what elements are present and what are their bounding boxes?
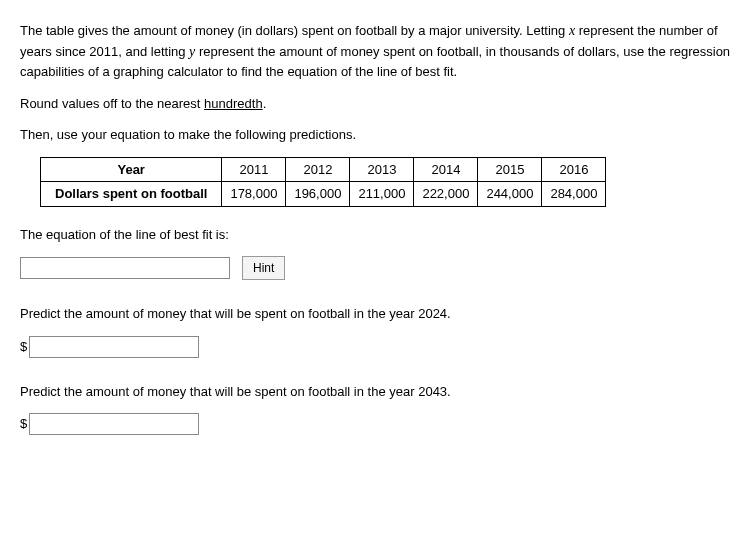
predict-2043-label: Predict the amount of money that will be…: [20, 382, 732, 402]
table-cell: 211,000: [350, 182, 414, 207]
predict-2024-input[interactable]: [29, 336, 199, 358]
predict-2043-block: Predict the amount of money that will be…: [20, 382, 732, 436]
table-cell: 178,000: [222, 182, 286, 207]
table-header-dollars: Dollars spent on football: [41, 182, 222, 207]
table-cell: 2013: [350, 157, 414, 182]
predict-2043-input[interactable]: [29, 413, 199, 435]
table-cell: 2014: [414, 157, 478, 182]
data-table: Year 2011 2012 2013 2014 2015 2016 Dolla…: [40, 157, 606, 207]
table-row-values: Dollars spent on football 178,000 196,00…: [41, 182, 606, 207]
table-cell: 244,000: [478, 182, 542, 207]
intro-text-2-underlined: hundredth: [204, 96, 263, 111]
equation-input[interactable]: [20, 257, 230, 279]
dollar-prefix: $: [20, 414, 27, 434]
predict-2024-label: Predict the amount of money that will be…: [20, 304, 732, 324]
predict-2024-block: Predict the amount of money that will be…: [20, 304, 732, 358]
intro-paragraph-2: Round values off to the nearest hundredt…: [20, 94, 732, 114]
table-cell: 222,000: [414, 182, 478, 207]
intro-paragraph-3: Then, use your equation to make the foll…: [20, 125, 732, 145]
table-cell: 2015: [478, 157, 542, 182]
dollar-prefix: $: [20, 337, 27, 357]
equation-label: The equation of the line of best fit is:: [20, 225, 732, 245]
intro-text-1a: The table gives the amount of money (in …: [20, 23, 569, 38]
table-row-years: Year 2011 2012 2013 2014 2015 2016: [41, 157, 606, 182]
intro-text-2b: .: [263, 96, 267, 111]
hint-button[interactable]: Hint: [242, 256, 285, 280]
table-cell: 2012: [286, 157, 350, 182]
table-cell: 196,000: [286, 182, 350, 207]
intro-text-2a: Round values off to the nearest: [20, 96, 204, 111]
equation-block: The equation of the line of best fit is:…: [20, 225, 732, 281]
table-cell: 284,000: [542, 182, 606, 207]
table-header-year: Year: [41, 157, 222, 182]
intro-paragraph-1: The table gives the amount of money (in …: [20, 20, 732, 82]
table-cell: 2011: [222, 157, 286, 182]
table-cell: 2016: [542, 157, 606, 182]
